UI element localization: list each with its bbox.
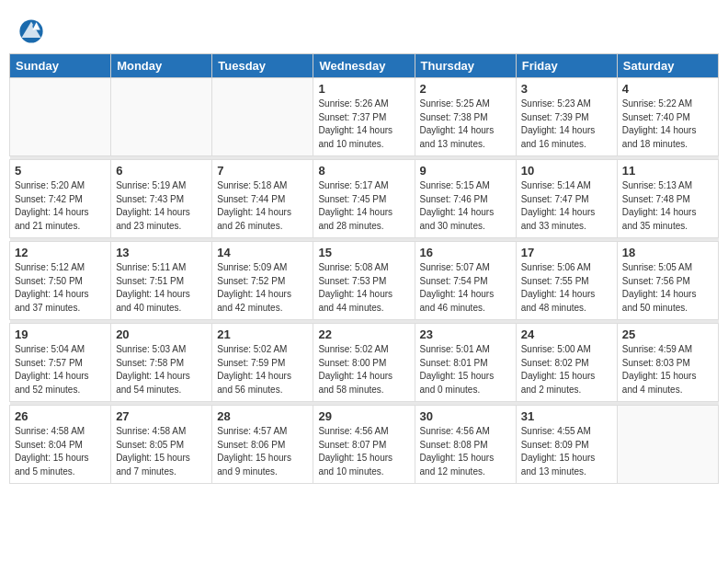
calendar-cell: 11Sunrise: 5:13 AM Sunset: 7:48 PM Dayli… (617, 160, 718, 238)
logo-icon (18, 18, 44, 44)
calendar-cell (10, 78, 111, 156)
day-info: Sunrise: 5:25 AM Sunset: 7:38 PM Dayligh… (420, 98, 511, 151)
day-info: Sunrise: 4:59 AM Sunset: 8:03 PM Dayligh… (622, 343, 713, 396)
day-number: 17 (521, 246, 612, 259)
day-info: Sunrise: 4:56 AM Sunset: 8:08 PM Dayligh… (420, 425, 511, 478)
calendar-cell: 25Sunrise: 4:59 AM Sunset: 8:03 PM Dayli… (617, 324, 718, 402)
day-info: Sunrise: 5:02 AM Sunset: 8:00 PM Dayligh… (318, 343, 409, 396)
calendar-cell: 18Sunrise: 5:05 AM Sunset: 7:56 PM Dayli… (617, 242, 718, 320)
day-info: Sunrise: 5:03 AM Sunset: 7:58 PM Dayligh… (116, 343, 207, 396)
weekday-header-friday: Friday (516, 54, 617, 78)
page-header (9, 9, 719, 49)
day-number: 27 (116, 409, 207, 423)
day-info: Sunrise: 5:09 AM Sunset: 7:52 PM Dayligh… (217, 261, 308, 315)
day-number: 13 (116, 246, 207, 259)
weekday-header-saturday: Saturday (617, 54, 718, 78)
calendar-cell: 15Sunrise: 5:08 AM Sunset: 7:53 PM Dayli… (313, 242, 415, 320)
day-info: Sunrise: 5:19 AM Sunset: 7:43 PM Dayligh… (116, 179, 207, 233)
day-number: 2 (420, 82, 511, 96)
calendar-cell: 21Sunrise: 5:02 AM Sunset: 7:59 PM Dayli… (212, 324, 313, 402)
day-number: 25 (622, 327, 713, 341)
day-info: Sunrise: 5:22 AM Sunset: 7:40 PM Dayligh… (622, 98, 713, 151)
calendar-cell (617, 406, 718, 484)
day-number: 4 (622, 82, 713, 96)
weekday-header-monday: Monday (111, 54, 212, 78)
day-info: Sunrise: 5:14 AM Sunset: 7:47 PM Dayligh… (521, 179, 612, 233)
day-info: Sunrise: 5:20 AM Sunset: 7:42 PM Dayligh… (15, 179, 106, 233)
calendar-week-row: 12Sunrise: 5:12 AM Sunset: 7:50 PM Dayli… (10, 242, 719, 320)
day-number: 22 (318, 327, 409, 341)
day-info: Sunrise: 5:17 AM Sunset: 7:45 PM Dayligh… (318, 179, 409, 233)
day-info: Sunrise: 4:55 AM Sunset: 8:09 PM Dayligh… (521, 425, 612, 478)
day-number: 24 (521, 327, 612, 341)
day-info: Sunrise: 5:05 AM Sunset: 7:56 PM Dayligh… (622, 261, 713, 315)
calendar-cell: 5Sunrise: 5:20 AM Sunset: 7:42 PM Daylig… (10, 160, 111, 238)
calendar-cell: 27Sunrise: 4:58 AM Sunset: 8:05 PM Dayli… (111, 406, 212, 484)
day-number: 30 (420, 409, 511, 423)
day-info: Sunrise: 5:13 AM Sunset: 7:48 PM Dayligh… (622, 179, 713, 233)
calendar-cell: 3Sunrise: 5:23 AM Sunset: 7:39 PM Daylig… (516, 78, 617, 156)
day-number: 29 (318, 409, 409, 423)
day-info: Sunrise: 5:23 AM Sunset: 7:39 PM Dayligh… (521, 98, 612, 151)
day-info: Sunrise: 5:01 AM Sunset: 8:01 PM Dayligh… (420, 343, 511, 396)
calendar-cell: 28Sunrise: 4:57 AM Sunset: 8:06 PM Dayli… (212, 406, 313, 484)
calendar-week-row: 1Sunrise: 5:26 AM Sunset: 7:37 PM Daylig… (10, 78, 719, 156)
calendar-cell: 29Sunrise: 4:56 AM Sunset: 8:07 PM Dayli… (313, 406, 415, 484)
day-info: Sunrise: 4:58 AM Sunset: 8:04 PM Dayligh… (15, 425, 106, 478)
calendar-cell: 30Sunrise: 4:56 AM Sunset: 8:08 PM Dayli… (415, 406, 516, 484)
day-number: 1 (318, 82, 409, 96)
day-info: Sunrise: 5:00 AM Sunset: 8:02 PM Dayligh… (521, 343, 612, 396)
day-number: 11 (622, 164, 713, 178)
day-number: 5 (15, 164, 106, 178)
day-info: Sunrise: 4:57 AM Sunset: 8:06 PM Dayligh… (217, 425, 308, 478)
day-number: 16 (420, 246, 511, 259)
calendar-cell: 31Sunrise: 4:55 AM Sunset: 8:09 PM Dayli… (516, 406, 617, 484)
calendar-cell: 14Sunrise: 5:09 AM Sunset: 7:52 PM Dayli… (212, 242, 313, 320)
calendar-cell: 12Sunrise: 5:12 AM Sunset: 7:50 PM Dayli… (10, 242, 111, 320)
day-info: Sunrise: 5:04 AM Sunset: 7:57 PM Dayligh… (15, 343, 106, 396)
day-number: 9 (420, 164, 511, 178)
day-info: Sunrise: 5:26 AM Sunset: 7:37 PM Dayligh… (318, 98, 409, 151)
calendar-cell: 8Sunrise: 5:17 AM Sunset: 7:45 PM Daylig… (313, 160, 415, 238)
calendar-cell: 2Sunrise: 5:25 AM Sunset: 7:38 PM Daylig… (415, 78, 516, 156)
day-info: Sunrise: 5:08 AM Sunset: 7:53 PM Dayligh… (318, 261, 409, 315)
calendar-cell: 19Sunrise: 5:04 AM Sunset: 7:57 PM Dayli… (10, 324, 111, 402)
calendar-cell: 23Sunrise: 5:01 AM Sunset: 8:01 PM Dayli… (415, 324, 516, 402)
day-info: Sunrise: 5:18 AM Sunset: 7:44 PM Dayligh… (217, 179, 308, 233)
calendar-cell: 22Sunrise: 5:02 AM Sunset: 8:00 PM Dayli… (313, 324, 415, 402)
day-number: 6 (116, 164, 207, 178)
day-number: 19 (15, 327, 106, 341)
day-number: 21 (217, 327, 308, 341)
calendar-week-row: 5Sunrise: 5:20 AM Sunset: 7:42 PM Daylig… (10, 160, 719, 238)
calendar-cell: 1Sunrise: 5:26 AM Sunset: 7:37 PM Daylig… (313, 78, 415, 156)
calendar-table: SundayMondayTuesdayWednesdayThursdayFrid… (9, 53, 719, 484)
calendar-cell: 13Sunrise: 5:11 AM Sunset: 7:51 PM Dayli… (111, 242, 212, 320)
calendar-cell: 26Sunrise: 4:58 AM Sunset: 8:04 PM Dayli… (10, 406, 111, 484)
weekday-header-thursday: Thursday (415, 54, 516, 78)
day-number: 8 (318, 164, 409, 178)
calendar-cell: 9Sunrise: 5:15 AM Sunset: 7:46 PM Daylig… (415, 160, 516, 238)
day-info: Sunrise: 5:02 AM Sunset: 7:59 PM Dayligh… (217, 343, 308, 396)
day-number: 26 (15, 409, 106, 423)
day-number: 10 (521, 164, 612, 178)
calendar-week-row: 26Sunrise: 4:58 AM Sunset: 8:04 PM Dayli… (10, 406, 719, 484)
day-number: 23 (420, 327, 511, 341)
day-number: 20 (116, 327, 207, 341)
day-info: Sunrise: 4:58 AM Sunset: 8:05 PM Dayligh… (116, 425, 207, 478)
calendar-cell (111, 78, 212, 156)
day-info: Sunrise: 5:07 AM Sunset: 7:54 PM Dayligh… (420, 261, 511, 315)
calendar-cell: 20Sunrise: 5:03 AM Sunset: 7:58 PM Dayli… (111, 324, 212, 402)
weekday-header-tuesday: Tuesday (212, 54, 313, 78)
day-info: Sunrise: 4:56 AM Sunset: 8:07 PM Dayligh… (318, 425, 409, 478)
calendar-cell: 17Sunrise: 5:06 AM Sunset: 7:55 PM Dayli… (516, 242, 617, 320)
day-info: Sunrise: 5:15 AM Sunset: 7:46 PM Dayligh… (420, 179, 511, 233)
calendar-cell: 16Sunrise: 5:07 AM Sunset: 7:54 PM Dayli… (415, 242, 516, 320)
day-info: Sunrise: 5:11 AM Sunset: 7:51 PM Dayligh… (116, 261, 207, 315)
day-number: 12 (15, 246, 106, 259)
day-number: 18 (622, 246, 713, 259)
day-number: 14 (217, 246, 308, 259)
day-info: Sunrise: 5:12 AM Sunset: 7:50 PM Dayligh… (15, 261, 106, 315)
weekday-header-sunday: Sunday (10, 54, 111, 78)
day-number: 3 (521, 82, 612, 96)
calendar-cell: 4Sunrise: 5:22 AM Sunset: 7:40 PM Daylig… (617, 78, 718, 156)
